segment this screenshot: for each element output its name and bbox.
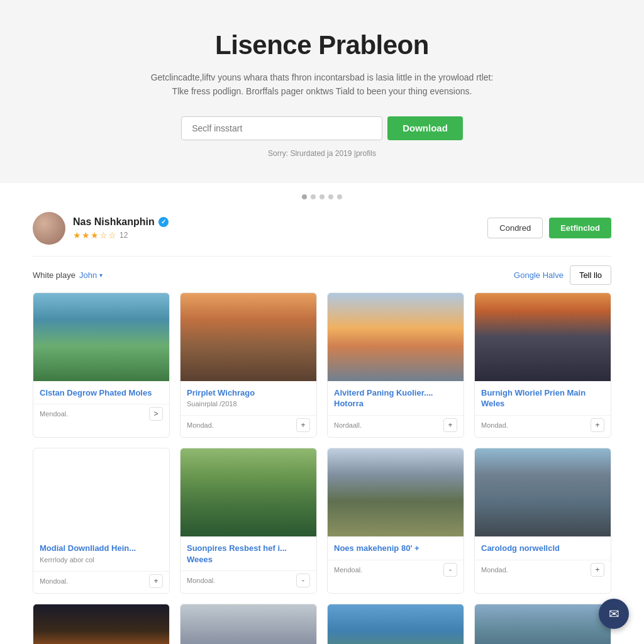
card-body: Burnigh Wloriel Prien Main Weles: [475, 381, 611, 415]
hero-note: Sorry: Slrurdated ja 2019 |profils: [13, 149, 631, 158]
contact-button[interactable]: Condred: [487, 218, 543, 238]
card-body: Prirplet Wichrago Suainrplal /2018: [180, 381, 316, 416]
card-subtitle: Kerrrlody abor col: [40, 556, 163, 564]
stars: ★★★☆☆: [73, 230, 117, 240]
card-footer: Mondad. +: [180, 415, 316, 437]
card-meta: Mendoal.: [334, 566, 362, 574]
card-action-button[interactable]: +: [296, 418, 310, 432]
filter-dropdown[interactable]: John ▾: [79, 270, 103, 280]
card-item: Suonpires person hef... Mondoal. +: [180, 604, 317, 644]
verified-icon: ✓: [158, 217, 169, 227]
action-button[interactable]: Eetfinclod: [549, 218, 611, 238]
search-input[interactable]: [181, 116, 382, 140]
cards-grid: Clstan Degrow Phated Moles Mendoal. > Pr…: [33, 292, 611, 644]
card-image: [475, 448, 611, 536]
tell-button[interactable]: Tell llo: [570, 265, 611, 285]
card-body: Noes makehenip 80' +: [328, 536, 464, 560]
card-image: [33, 293, 169, 381]
card-body: Carolodg norwellcld: [475, 536, 611, 560]
card-title: Carolodg norwellcld: [481, 543, 604, 554]
card-image: [328, 604, 464, 644]
card-title: Clstan Degrow Phated Moles: [40, 387, 163, 399]
chevron-down-icon: ▾: [99, 272, 103, 279]
message-icon: ✉: [609, 606, 619, 621]
card-item: Suonpires Resbest hef i... Weees Mondoal…: [180, 448, 317, 594]
hero-title: Lisence Prableon: [13, 30, 631, 60]
content-wrapper: Nas Nishkanphin ✓ ★★★☆☆ 12 Condred Eetfi…: [20, 206, 624, 644]
card-image: [475, 604, 611, 644]
card-footer: Mondad. +: [475, 560, 611, 582]
card-meta: Mendoal.: [40, 410, 68, 418]
filter-label: White playe: [33, 270, 75, 280]
card-meta: Mondoal.: [187, 577, 215, 584]
dot-1[interactable]: [302, 194, 307, 199]
card-footer: Mondoal. +: [33, 571, 169, 593]
card-title: Alviterd Paning Kuolier.... Hotorra: [334, 387, 457, 409]
card-title: Prirplet Wichrago: [187, 387, 310, 399]
card-image: [180, 604, 316, 644]
profile-left: Nas Nishkanphin ✓ ★★★☆☆ 12: [33, 212, 169, 245]
card-item: Marlonded Wlodisian Nail Mendoal. +: [33, 604, 170, 644]
card-action-button[interactable]: +: [591, 563, 604, 577]
hero-search-row: Download: [13, 116, 631, 140]
filter-left: White playe John ▾: [33, 270, 103, 280]
filter-right: Gongle Halve Tell llo: [514, 265, 611, 285]
download-button[interactable]: Download: [387, 116, 463, 140]
card-title: Burnigh Wloriel Prien Main Weles: [481, 387, 604, 409]
card-footer: Mendoal. -: [328, 560, 464, 582]
stars-row: ★★★☆☆ 12: [73, 230, 169, 240]
card-meta: Mondad.: [481, 566, 508, 574]
card-subtitle: Suainrplal /2018: [187, 400, 310, 408]
card-image: [328, 448, 464, 536]
card-title: Noes makehenip 80' +: [334, 543, 457, 554]
card-image: [33, 604, 169, 644]
dot-5[interactable]: [337, 194, 342, 199]
card-body: Clstan Degrow Phated Moles: [33, 381, 169, 404]
card-image: [180, 448, 316, 536]
card-item: Coan BS Rols Mondad. +: [474, 604, 611, 644]
card-title: Suonpires Resbest hef i... Weees: [187, 543, 310, 565]
profile-name-row: Nas Nishkanphin ✓: [73, 216, 169, 228]
profile-name: Nas Nishkanphin: [73, 216, 155, 228]
card-meta: Mondoal.: [40, 577, 68, 585]
card-item: Carolodg norwellcld Mondad. +: [474, 448, 611, 594]
dot-2[interactable]: [311, 194, 316, 199]
filter-dropdown-value: John: [79, 270, 97, 280]
card-item: Clstan Degrow Phated Moles Mendoal. >: [33, 292, 170, 438]
filter-link[interactable]: Gongle Halve: [514, 270, 564, 280]
dot-4[interactable]: [328, 194, 333, 199]
card-image: [33, 448, 169, 536]
card-footer: Mendoal. >: [33, 404, 169, 426]
card-action-button[interactable]: >: [149, 407, 163, 421]
avatar: [33, 212, 65, 245]
card-footer: Nordaall. +: [328, 415, 464, 437]
profile-info: Nas Nishkanphin ✓ ★★★☆☆ 12: [73, 216, 169, 240]
card-image: [328, 293, 464, 381]
filter-row: White playe John ▾ Gongle Halve Tell llo: [33, 257, 611, 292]
card-title: Modial Downlladd Hein...: [40, 543, 163, 554]
card-footer: Mondad. +: [475, 415, 611, 437]
card-action-button[interactable]: -: [443, 563, 457, 577]
card-image: [475, 293, 611, 381]
card-item: Prirplet Wichrago Suainrplal /2018 Monda…: [180, 292, 317, 438]
hero-section: Lisence Prableon Getclincadte,liftv youn…: [0, 0, 644, 183]
hero-subtitle: Getclincadte,liftv youns whara thats fhr…: [146, 70, 498, 99]
profile-row: Nas Nishkanphin ✓ ★★★☆☆ 12 Condred Eetfi…: [33, 206, 611, 257]
card-footer: Mondoal. -: [180, 570, 316, 592]
card-meta: Nordaall.: [334, 421, 362, 429]
card-action-button[interactable]: +: [591, 418, 604, 432]
dot-3[interactable]: [319, 194, 325, 199]
card-meta: Mondad.: [187, 421, 214, 429]
chat-button[interactable]: ✉: [599, 599, 629, 629]
card-action-button[interactable]: +: [149, 574, 163, 588]
card-action-button[interactable]: -: [296, 574, 310, 587]
card-body: Suonpires Resbest hef i... Weees: [180, 536, 316, 570]
review-count: 12: [119, 231, 128, 240]
card-item: Modial Downlladd Hein... Kerrrlody abor …: [33, 448, 170, 594]
card-body: Modial Downlladd Hein... Kerrrlody abor …: [33, 536, 169, 571]
card-body: Alviterd Paning Kuolier.... Hotorra: [328, 381, 464, 415]
pagination-dots: [0, 183, 644, 206]
card-action-button[interactable]: +: [443, 418, 457, 432]
card-image: [180, 293, 316, 381]
card-item: Burnigh Wloriel Prien Main Weles Mondad.…: [474, 292, 611, 438]
